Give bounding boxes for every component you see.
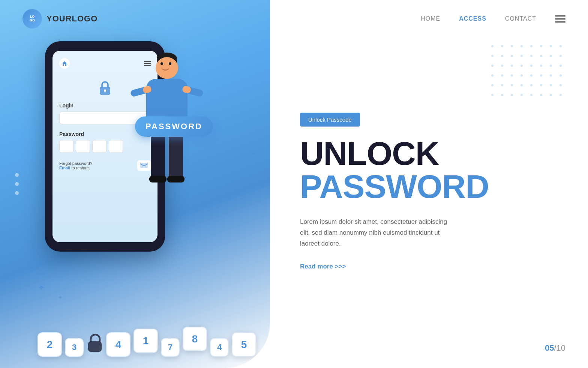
nav-home[interactable]: HOME bbox=[421, 15, 440, 22]
header: LO GO YOURLOGO HOME ACCESS CONTACT bbox=[0, 0, 588, 38]
nav-access[interactable]: ACCESS bbox=[459, 15, 486, 22]
cube-4: 4 bbox=[106, 332, 130, 357]
pass-box-4[interactable] bbox=[109, 140, 123, 153]
svg-rect-4 bbox=[88, 341, 102, 352]
forgot-text: Forgot password? Email to restore. bbox=[59, 161, 92, 170]
logo-text: YOURLOGO bbox=[46, 14, 98, 24]
left-section: Login Password Forgot password? Email to… bbox=[0, 0, 270, 368]
sparkle-4: • bbox=[22, 273, 24, 278]
phone-screen: Login Password Forgot password? Email to… bbox=[52, 51, 158, 242]
login-label: Login bbox=[59, 103, 151, 109]
cube-8: 8 bbox=[183, 327, 207, 351]
number-cubes: 2 3 4 1 7 8 4 5 bbox=[38, 327, 270, 357]
main-title-line2: PASSWORD bbox=[300, 170, 566, 203]
dots-decoration-left bbox=[15, 173, 19, 195]
logo-icon: LO GO bbox=[22, 9, 42, 29]
pass-box-1[interactable] bbox=[59, 140, 74, 153]
logo-area: LO GO YOURLOGO bbox=[22, 9, 98, 29]
hero-description: Lorem ipsum dolor sit amet, consectetuer… bbox=[300, 217, 458, 249]
unlock-badge: Unlock Passcode bbox=[300, 113, 360, 127]
hamburger-menu[interactable] bbox=[555, 15, 566, 23]
svg-rect-2 bbox=[105, 90, 106, 92]
password-badge: PASSWORD bbox=[135, 116, 213, 137]
cube-1: 1 bbox=[134, 329, 158, 353]
cube-4b: 4 bbox=[210, 338, 229, 357]
cube-7: 7 bbox=[161, 338, 180, 357]
sparkle-3: + bbox=[252, 150, 255, 157]
decorative-dots bbox=[491, 45, 566, 100]
cube-2: 2 bbox=[38, 332, 62, 357]
page-total: 10 bbox=[556, 343, 566, 353]
sparkle-1: ✦ bbox=[38, 282, 45, 293]
email-link[interactable]: Email bbox=[59, 166, 70, 170]
main-title-line1: UNLOCK bbox=[300, 137, 566, 170]
cube-5: 5 bbox=[232, 332, 256, 357]
pass-box-2[interactable] bbox=[76, 140, 90, 153]
read-more-link[interactable]: Read more >>> bbox=[300, 263, 566, 270]
sparkle-2: ✦ bbox=[58, 294, 63, 300]
page-counter: 05/10 bbox=[545, 343, 566, 353]
page-current: 05 bbox=[545, 343, 554, 353]
nav-contact[interactable]: CONTACT bbox=[505, 15, 536, 22]
forgot-section: Forgot password? Email to restore. bbox=[59, 160, 151, 171]
navigation: HOME ACCESS CONTACT bbox=[421, 15, 566, 23]
password-boxes bbox=[59, 140, 151, 153]
pass-box-3[interactable] bbox=[92, 140, 106, 153]
phone-topbar bbox=[59, 58, 151, 69]
phone-home-icon bbox=[59, 58, 70, 69]
cube-3: 3 bbox=[65, 338, 84, 357]
